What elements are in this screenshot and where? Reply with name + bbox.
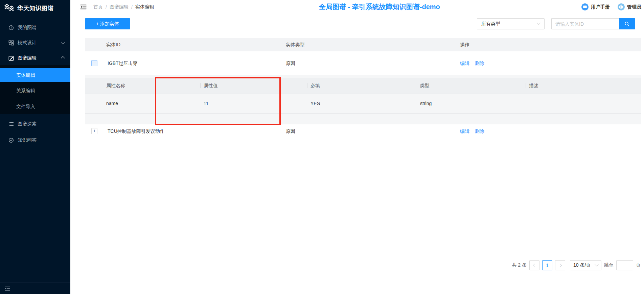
topbar-right: 用户手册 管理员: [581, 0, 641, 14]
current-page-button[interactable]: 1: [542, 260, 552, 270]
col-actions: 操作: [460, 38, 469, 51]
breadcrumb: 首页 / 图谱编辑 / 实体编辑: [93, 0, 154, 14]
sidebar-item-relation-edit[interactable]: 关系编辑: [0, 84, 70, 97]
delete-link[interactable]: 删除: [475, 124, 484, 138]
collapse-row-button[interactable]: −: [91, 60, 97, 66]
property-table-header: 属性名称 属性值 必填 类型 描述: [85, 78, 641, 94]
sidebar-item-label: 我的图谱: [18, 25, 37, 31]
edit-link[interactable]: 编辑: [460, 124, 469, 138]
type-filter-select[interactable]: 所有类型: [477, 18, 545, 29]
pagination-total: 共 2 条: [512, 262, 527, 268]
expand-row-button[interactable]: +: [91, 128, 97, 134]
app-title: 华天知识图谱: [17, 4, 54, 12]
property-row: name 11 YES string: [85, 94, 641, 114]
sidebar-item-my-graphs[interactable]: 我的图谱: [0, 21, 70, 34]
column-divider: [283, 42, 283, 47]
jump-to-label: 跳至: [604, 262, 614, 268]
column-divider: [455, 42, 455, 47]
sidebar-item-label: 图谱编辑: [18, 55, 37, 61]
prev-page-button[interactable]: [529, 260, 539, 270]
col-prop-type: 类型: [420, 78, 430, 94]
page-title: 全局图谱 - 牵引系统故障知识图谱-demo: [319, 0, 440, 14]
breadcrumb-home[interactable]: 首页: [93, 4, 103, 10]
breadcrumb-graph-edit[interactable]: 图谱编辑: [110, 4, 129, 10]
main-content: 首页 / 图谱编辑 / 实体编辑 全局图谱 - 牵引系统故障知识图谱-demo …: [70, 0, 644, 294]
page-unit-label: 页: [636, 262, 641, 268]
column-divider: [307, 83, 307, 88]
col-prop-desc: 描述: [529, 78, 538, 94]
page-size-select[interactable]: 10 条/页: [570, 260, 601, 270]
sidebar-item-label: 图谱探索: [18, 121, 37, 127]
book-icon: [581, 3, 589, 11]
logo-icon: [4, 3, 14, 13]
entity-properties-panel: 属性名称 属性值 必填 类型 描述 name 11 YES string: [85, 75, 641, 124]
edit-link[interactable]: 编辑: [460, 51, 469, 75]
prop-name-cell: name: [106, 94, 118, 113]
entity-table: 实体ID 实体类型 操作 − IGBT过压击穿 原因 编辑 删除 属性名称: [85, 38, 641, 138]
table-row-tcu: + TCU控制器故障引发误动作 原因 编辑 删除: [85, 124, 641, 138]
sidebar-footer: [0, 283, 70, 294]
jump-page-input[interactable]: [616, 260, 633, 270]
sidebar-item-label: 模式设计: [18, 40, 37, 46]
breadcrumb-current: 实体编辑: [135, 4, 154, 10]
app-root: 华天知识图谱 我的图谱 模式设计 图谱编辑 实体编辑 关系编辑 文件导入: [0, 0, 644, 294]
delete-link[interactable]: 删除: [475, 51, 484, 75]
entity-type-cell: 原因: [286, 51, 295, 75]
next-page-button[interactable]: [555, 260, 565, 270]
graph-edit-submenu: 实体编辑 关系编辑 文件导入: [0, 65, 70, 114]
search-icon: [624, 21, 630, 27]
search-button[interactable]: [619, 18, 635, 29]
menu-fold-icon[interactable]: [80, 3, 87, 12]
column-divider: [200, 83, 201, 88]
schema-icon: [8, 40, 14, 46]
sidebar-item-schema-design[interactable]: 模式设计: [0, 36, 70, 50]
col-entity-id: 实体ID: [106, 38, 120, 51]
type-filter-value: 所有类型: [481, 21, 500, 27]
pagination: 共 2 条 1 10 条/页 跳至 页: [512, 260, 641, 270]
prop-required-cell: YES: [310, 94, 320, 113]
breadcrumb-separator: /: [106, 4, 107, 10]
sidebar-item-knowledge-qa[interactable]: 知识问答: [0, 133, 70, 147]
clock-icon: [8, 25, 14, 31]
chevron-down-icon: [595, 263, 598, 266]
chevron-right-icon: [558, 264, 562, 267]
topbar: 首页 / 图谱编辑 / 实体编辑 全局图谱 - 牵引系统故障知识图谱-demo …: [70, 0, 644, 14]
add-entity-button[interactable]: + 添加实体: [85, 18, 130, 29]
col-prop-required: 必填: [310, 78, 320, 94]
sidebar-item-file-import[interactable]: 文件导入: [0, 100, 70, 113]
user-manual-link[interactable]: 用户手册: [581, 3, 610, 11]
entity-id-cell: IGBT过压击穿: [108, 51, 138, 75]
admin-label: 管理员: [627, 4, 641, 10]
sidebar: 华天知识图谱 我的图谱 模式设计 图谱编辑 实体编辑 关系编辑 文件导入: [0, 0, 70, 294]
row-actions: 编辑 删除: [460, 51, 484, 75]
chevron-down-icon: [537, 21, 540, 25]
user-manual-label: 用户手册: [591, 4, 610, 10]
list-icon: [8, 121, 14, 127]
col-prop-value: 属性值: [204, 78, 218, 94]
col-prop-name: 属性名称: [106, 78, 125, 94]
entity-table-header: 实体ID 实体类型 操作: [85, 38, 641, 51]
column-divider: [417, 83, 417, 88]
table-row-igbt: − IGBT过压击穿 原因 编辑 删除: [85, 51, 641, 75]
chevron-down-icon: [61, 41, 65, 44]
sidebar-item-entity-edit[interactable]: 实体编辑: [0, 68, 70, 82]
sidebar-item-label: 知识问答: [18, 137, 37, 143]
prop-value-cell: 11: [204, 94, 209, 113]
sidebar-item-graph-explore[interactable]: 图谱探索: [0, 117, 70, 131]
entity-id-search-input[interactable]: [551, 18, 619, 29]
avatar: [617, 3, 625, 11]
entity-type-cell: 原因: [286, 124, 295, 138]
sidebar-item-graph-edit[interactable]: 图谱编辑: [0, 51, 70, 65]
circle-check-icon: [8, 137, 14, 143]
app-logo: 华天知识图谱: [0, 0, 70, 16]
admin-user[interactable]: 管理员: [617, 3, 641, 11]
col-entity-type: 实体类型: [286, 38, 305, 51]
entity-id-cell: TCU控制器故障引发误动作: [108, 124, 165, 138]
row-actions: 编辑 删除: [460, 124, 484, 138]
collapse-sidebar-icon[interactable]: [4, 286, 10, 292]
column-divider: [526, 83, 526, 88]
breadcrumb-separator: /: [131, 4, 133, 10]
edit-icon: [8, 55, 14, 61]
chevron-up-icon: [61, 56, 65, 60]
chevron-left-icon: [533, 264, 536, 267]
